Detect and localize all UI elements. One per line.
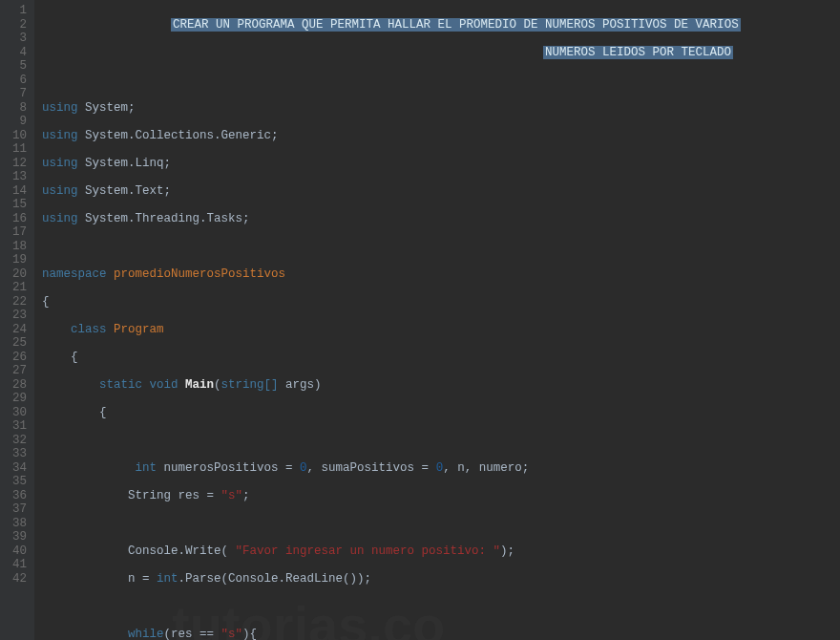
line-number: 31 — [4, 419, 27, 434]
line-number-gutter: 1 2 3 4 5 6 7 8 9 10 11 12 13 14 15 16 1… — [0, 0, 34, 640]
line-number: 8 — [4, 101, 27, 116]
line-number: 40 — [4, 544, 27, 559]
line-number: 29 — [4, 392, 27, 406]
line-number: 23 — [4, 309, 27, 323]
line-number: 11 — [4, 142, 27, 157]
line-number: 9 — [4, 115, 27, 129]
line-number: 3 — [4, 32, 27, 46]
line-number: 24 — [4, 323, 27, 337]
line-number: 32 — [4, 434, 27, 448]
line-number: 37 — [4, 502, 27, 517]
code-area[interactable]: CREAR UN PROGRAMA QUE PERMITA HALLAR EL … — [34, 0, 840, 640]
line-number: 27 — [4, 364, 27, 378]
line-number: 36 — [4, 489, 27, 503]
line-number: 4 — [4, 46, 27, 60]
line-number: 34 — [4, 461, 27, 476]
line-number: 33 — [4, 447, 27, 461]
line-number: 25 — [4, 336, 27, 351]
line-number: 1 — [4, 4, 27, 18]
line-number: 26 — [4, 351, 27, 365]
line-number: 12 — [4, 157, 27, 171]
line-number: 19 — [4, 253, 27, 267]
line-number: 20 — [4, 267, 27, 282]
line-number: 14 — [4, 184, 27, 199]
line-number: 15 — [4, 198, 27, 212]
line-number: 42 — [4, 572, 27, 587]
line-number: 30 — [4, 406, 27, 420]
line-number: 21 — [4, 281, 27, 295]
line-number: 2 — [4, 18, 27, 32]
line-number: 38 — [4, 517, 27, 531]
line-number: 17 — [4, 225, 27, 240]
line-number: 28 — [4, 378, 27, 393]
line-number: 6 — [4, 74, 27, 88]
line-number: 35 — [4, 475, 27, 489]
line-number: 41 — [4, 558, 27, 572]
selected-comment-line2: NUMEROS LEIDOS POR TECLADO — [543, 46, 733, 59]
line-number: 39 — [4, 530, 27, 544]
line-number: 22 — [4, 295, 27, 309]
line-number: 18 — [4, 240, 27, 254]
keyword: using — [42, 101, 78, 115]
line-number: 13 — [4, 170, 27, 184]
selected-comment-line1: CREAR UN PROGRAMA QUE PERMITA HALLAR EL … — [171, 18, 741, 32]
code-editor: 1 2 3 4 5 6 7 8 9 10 11 12 13 14 15 16 1… — [0, 0, 840, 640]
line-number: 16 — [4, 212, 27, 226]
line-number: 5 — [4, 59, 27, 74]
line-number: 7 — [4, 87, 27, 101]
line-number: 10 — [4, 129, 27, 143]
